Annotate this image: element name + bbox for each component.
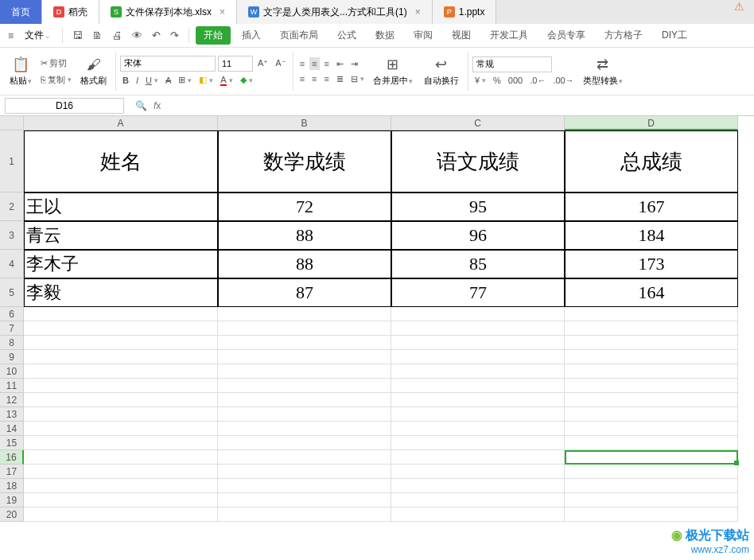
align-bottom-button[interactable]: ≡ <box>322 57 332 70</box>
cell[interactable] <box>24 393 218 407</box>
decrease-font-button[interactable]: A⁻ <box>273 56 288 70</box>
cell[interactable] <box>218 393 391 407</box>
cell[interactable] <box>565 379 738 393</box>
menu-page-layout[interactable]: 页面布局 <box>272 25 326 45</box>
redo-icon[interactable]: ↷ <box>167 27 182 44</box>
data-cell[interactable]: 72 <box>218 192 391 221</box>
row-header-8[interactable]: 8 <box>0 336 24 350</box>
data-cell[interactable]: 95 <box>391 192 565 221</box>
cell[interactable] <box>565 493 738 508</box>
row-header-11[interactable]: 11 <box>0 379 24 393</box>
indent-right-button[interactable]: ⇥ <box>348 57 360 71</box>
align-right-button[interactable]: ≡ <box>322 72 332 85</box>
cell[interactable] <box>218 364 391 379</box>
cell[interactable] <box>218 307 391 321</box>
fill-color-button[interactable]: ◧▾ <box>196 73 216 87</box>
orientation-button[interactable]: ⊟▾ <box>348 72 367 86</box>
decrease-decimal-button[interactable]: .0← <box>527 74 548 87</box>
cell[interactable] <box>391 508 565 522</box>
cell[interactable] <box>565 307 738 321</box>
justify-button[interactable]: ≣ <box>334 72 346 86</box>
formula-input[interactable] <box>167 99 485 111</box>
tab-file-xlsx[interactable]: S 文件保存到本地.xlsx × <box>99 0 237 24</box>
col-header-A[interactable]: A <box>24 116 218 130</box>
cell[interactable] <box>391 307 565 321</box>
merge-center-button[interactable]: ⊞ 合并居中▾ <box>368 54 418 88</box>
cell[interactable] <box>565 393 738 407</box>
fx-icon[interactable]: fx <box>154 100 161 111</box>
header-cell[interactable]: 语文成绩 <box>391 130 565 192</box>
wrap-text-button[interactable]: ↩ 自动换行 <box>419 54 464 88</box>
cell[interactable] <box>24 450 218 465</box>
row-header-10[interactable]: 10 <box>0 364 24 379</box>
menu-review[interactable]: 审阅 <box>406 25 441 45</box>
cell[interactable] <box>218 379 391 393</box>
cell[interactable] <box>391 336 565 350</box>
data-cell[interactable]: 164 <box>565 278 738 307</box>
cell[interactable] <box>24 336 218 350</box>
strikethrough-button[interactable]: A <box>163 74 173 87</box>
cell[interactable] <box>391 379 565 393</box>
cell[interactable] <box>391 436 565 450</box>
cell[interactable] <box>391 321 565 336</box>
menu-vip[interactable]: 会员专享 <box>539 25 593 45</box>
menu-insert[interactable]: 插入 <box>234 25 269 45</box>
align-middle-button[interactable]: ≡ <box>309 57 319 70</box>
font-size-select[interactable] <box>218 56 253 72</box>
cut-button[interactable]: ✂剪切 <box>38 56 69 71</box>
cell[interactable] <box>218 321 391 336</box>
select-all-corner[interactable] <box>0 116 24 130</box>
cell[interactable] <box>565 407 738 422</box>
cell[interactable] <box>24 436 218 450</box>
cell[interactable] <box>218 407 391 422</box>
cell[interactable] <box>24 364 218 379</box>
cell[interactable] <box>391 393 565 407</box>
border-button[interactable]: ⊞▾ <box>176 73 194 87</box>
cell[interactable] <box>24 379 218 393</box>
cell[interactable] <box>391 350 565 364</box>
align-center-button[interactable]: ≡ <box>309 72 319 85</box>
cell[interactable] <box>391 450 565 465</box>
format-painter-button[interactable]: 🖌 格式刷 <box>76 55 111 88</box>
data-cell[interactable]: 88 <box>218 250 391 278</box>
row-header-13[interactable]: 13 <box>0 407 24 422</box>
row-header-2[interactable]: 2 <box>0 192 24 221</box>
cell[interactable] <box>565 508 738 522</box>
cell[interactable] <box>391 407 565 422</box>
cell[interactable] <box>391 465 565 479</box>
cell[interactable] <box>218 350 391 364</box>
cell[interactable] <box>24 479 218 493</box>
col-header-C[interactable]: C <box>391 116 565 130</box>
cell[interactable] <box>391 422 565 436</box>
menu-data[interactable]: 数据 <box>367 25 402 45</box>
cell[interactable] <box>565 350 738 364</box>
hamburger-icon[interactable]: ≡ <box>5 27 17 45</box>
cell[interactable] <box>565 321 738 336</box>
cell[interactable] <box>218 336 391 350</box>
tab-file-docx[interactable]: W 文字是人类用表义...方式和工具(1) × <box>237 0 433 24</box>
cell[interactable] <box>24 508 218 522</box>
percent-button[interactable]: % <box>491 74 503 87</box>
row-header-1[interactable]: 1 <box>0 130 24 192</box>
row-header-15[interactable]: 15 <box>0 436 24 450</box>
data-cell[interactable]: 88 <box>218 221 391 250</box>
undo-icon[interactable]: ↶ <box>149 27 164 44</box>
header-cell[interactable]: 总成绩 <box>565 130 738 192</box>
cell[interactable] <box>218 479 391 493</box>
cell[interactable] <box>218 508 391 522</box>
menu-dev-tools[interactable]: 开发工具 <box>482 25 536 45</box>
preview-icon[interactable]: 👁 <box>129 27 146 44</box>
col-header-B[interactable]: B <box>218 116 391 130</box>
menu-formula[interactable]: 公式 <box>329 25 364 45</box>
font-color-button[interactable]: A▾ <box>218 73 235 88</box>
close-icon[interactable]: × <box>220 6 225 18</box>
row-header-7[interactable]: 7 <box>0 321 24 336</box>
data-cell[interactable]: 167 <box>565 192 738 221</box>
cell[interactable] <box>391 364 565 379</box>
data-cell[interactable]: 173 <box>565 250 738 278</box>
row-header-17[interactable]: 17 <box>0 465 24 479</box>
warning-icon[interactable]: ⚠ <box>725 0 754 24</box>
cell[interactable] <box>565 479 738 493</box>
tab-docer[interactable]: D 稻壳 <box>42 0 99 24</box>
cell[interactable] <box>24 422 218 436</box>
